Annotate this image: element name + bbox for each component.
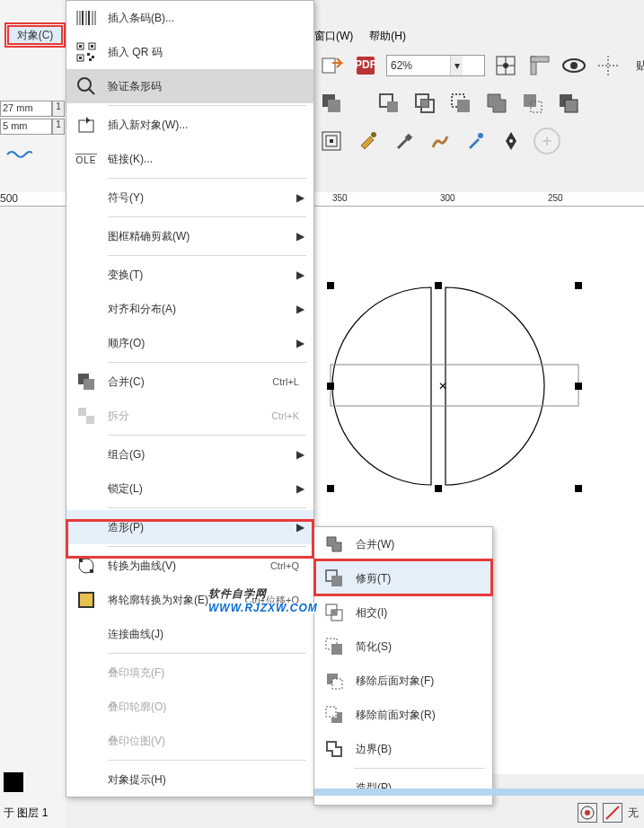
menu-shaping[interactable]: 造形(P) ▶ xyxy=(66,510,313,544)
svg-rect-15 xyxy=(421,100,428,107)
dropper2-icon[interactable] xyxy=(462,128,489,154)
svg-rect-39 xyxy=(79,45,82,48)
menu-order[interactable]: 顺序(O) ▶ xyxy=(66,326,313,360)
smear-icon[interactable] xyxy=(426,128,453,154)
sel-handle[interactable] xyxy=(327,383,334,390)
separator xyxy=(108,653,306,654)
sel-handle[interactable] xyxy=(575,485,582,492)
contour-icon[interactable] xyxy=(318,128,345,154)
svg-point-28 xyxy=(509,139,513,143)
menu-join-curves[interactable]: 连接曲线(J) xyxy=(66,617,313,651)
pen-icon[interactable] xyxy=(498,128,525,154)
svg-rect-24 xyxy=(330,139,333,143)
svg-rect-64 xyxy=(331,644,342,655)
separator xyxy=(108,362,306,363)
menu-lock[interactable]: 锁定(L) ▶ xyxy=(66,471,313,506)
submenu-weld[interactable]: 合并(W) xyxy=(314,527,492,561)
color-status: 无 xyxy=(578,803,639,823)
paste-label-fragment: 贴 xyxy=(636,58,644,74)
submenu-back-minus-front[interactable]: 移除前面对象(R) xyxy=(314,698,492,732)
eyedropper-icon[interactable] xyxy=(390,128,417,154)
label: 合并(C) xyxy=(108,374,272,390)
sel-handle[interactable] xyxy=(327,282,334,289)
weld-tool-icon[interactable] xyxy=(318,90,345,117)
ruler-250: 250 xyxy=(548,193,563,203)
dimension-input-1[interactable]: 27 mm xyxy=(0,101,52,117)
menu-object-button[interactable]: 对象(C) xyxy=(7,25,63,45)
spinner-1[interactable]: 1 xyxy=(52,101,65,117)
boundary-icon xyxy=(318,736,350,762)
add-tool-button[interactable]: + xyxy=(534,128,560,154)
menu-insert-qr[interactable]: 插入 QR 码 xyxy=(66,35,313,69)
toolbar-row-3: + xyxy=(318,128,560,154)
menu-verify-barcode[interactable]: 验证条形码 xyxy=(66,69,313,103)
export-icon[interactable] xyxy=(318,52,345,79)
paint-icon[interactable] xyxy=(354,128,381,154)
submenu-intersect[interactable]: 相交(I) xyxy=(314,595,492,630)
eye-icon[interactable] xyxy=(560,52,587,79)
sel-handle[interactable] xyxy=(575,282,582,289)
weld-icon xyxy=(318,532,350,557)
menu-group[interactable]: 组合(G) ▶ xyxy=(66,437,313,471)
menu-symbols[interactable]: 符号(Y) ▶ xyxy=(66,181,313,215)
menu-align-distribute[interactable]: 对齐和分布(A) ▶ xyxy=(66,292,313,326)
boundary-tool-icon[interactable] xyxy=(555,90,582,117)
svg-rect-46 xyxy=(89,58,92,61)
menu-powerclip[interactable]: 图框精确剪裁(W) ▶ xyxy=(66,219,313,253)
menu-combine[interactable]: 合并(C) Ctrl+L xyxy=(66,365,313,399)
simplify-tool-icon[interactable] xyxy=(447,90,474,117)
separator xyxy=(108,760,306,761)
chevron-down-icon[interactable]: ▾ xyxy=(450,56,463,75)
menu-insert-barcode[interactable]: 插入条码(B)... xyxy=(66,1,313,35)
sel-handle[interactable] xyxy=(575,383,582,390)
label: 移除后面对象(F) xyxy=(356,674,483,689)
menu-object-hints[interactable]: 对象提示(H) xyxy=(66,762,313,797)
zoom-input[interactable] xyxy=(387,57,450,74)
label: 图框精确剪裁(W) xyxy=(108,229,296,244)
menu-help[interactable]: 帮助(H) xyxy=(369,29,406,44)
svg-rect-51 xyxy=(84,379,94,390)
menu-object-label: 对象(C) xyxy=(17,28,54,43)
svg-rect-45 xyxy=(92,56,94,58)
page-scrollbar[interactable] xyxy=(314,788,644,796)
shaping-submenu: 合并(W) 修剪(T) 相交(I) 简化(S) 移除后面对象(F) 移除前面对象… xyxy=(313,526,493,806)
zoom-combo[interactable]: ▾ xyxy=(386,55,485,76)
separator xyxy=(108,507,306,508)
trim-icon xyxy=(318,566,350,591)
menu-overprint-fill: 叠印填充(F) xyxy=(66,656,313,690)
dimension-input-2[interactable]: 5 mm xyxy=(0,119,52,135)
outline-chip[interactable] xyxy=(603,803,622,823)
label: 相交(I) xyxy=(356,605,483,621)
snap-icon[interactable] xyxy=(492,52,519,79)
submenu-shaping-docker[interactable]: 造型(P) xyxy=(314,771,492,805)
rulers-icon[interactable] xyxy=(526,52,553,79)
toolbar-row-1: PDF ▾ 贴 xyxy=(318,52,644,79)
submenu-arrow-icon: ▶ xyxy=(296,448,304,461)
menu-transform[interactable]: 变换(T) ▶ xyxy=(66,258,313,292)
back-minus-tool-icon[interactable] xyxy=(519,90,546,117)
label: 插入条码(B)... xyxy=(108,11,304,26)
submenu-front-minus-back[interactable]: 移除后面对象(F) xyxy=(314,664,492,698)
fill-chip[interactable] xyxy=(578,803,597,823)
intersect-tool-icon[interactable] xyxy=(411,90,438,117)
submenu-simplify[interactable]: 简化(S) xyxy=(314,630,492,664)
front-minus-tool-icon[interactable] xyxy=(483,90,510,117)
submenu-boundary[interactable]: 边界(B) xyxy=(314,732,492,766)
submenu-trim[interactable]: 修剪(T) xyxy=(314,561,492,595)
crosshair-icon[interactable] xyxy=(595,52,622,79)
svg-rect-53 xyxy=(86,416,94,424)
color-chip-black[interactable] xyxy=(4,772,23,792)
ruler-left-fragment: 500 xyxy=(0,192,66,207)
ruler-300: 300 xyxy=(440,193,455,203)
menu-window[interactable]: 窗口(W) xyxy=(314,29,353,44)
sel-handle[interactable] xyxy=(435,282,442,289)
trim-tool-icon[interactable] xyxy=(375,90,402,117)
menu-insert-new-object[interactable]: 插入新对象(W)... xyxy=(66,108,313,142)
label: 转换为曲线(V) xyxy=(108,559,270,574)
spinner-2[interactable]: 1 xyxy=(52,119,65,135)
sel-handle[interactable] xyxy=(327,485,334,492)
no-fill-label: 无 xyxy=(628,806,639,821)
sel-handle[interactable] xyxy=(435,485,442,492)
menu-links[interactable]: OLE 链接(K)... xyxy=(66,142,313,176)
pdf-icon[interactable]: PDF xyxy=(352,52,379,79)
